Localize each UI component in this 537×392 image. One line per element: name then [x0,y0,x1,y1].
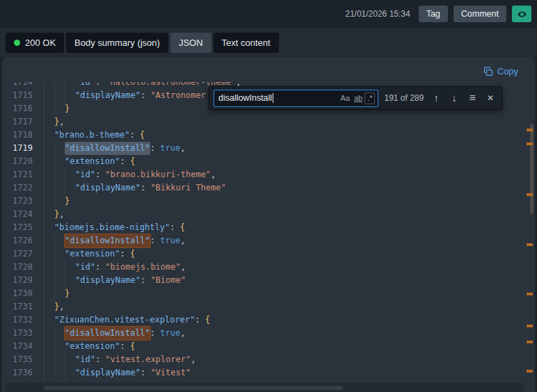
indent-guide [65,181,75,195]
next-match-button[interactable]: ↓ [447,91,461,105]
code-token: , [181,261,186,274]
tab-json[interactable]: JSON [170,33,211,53]
code-token: : [141,274,150,287]
search-match-token: "disallowInstall" [65,142,150,155]
code-line: 1724}, [5,208,524,221]
code-token: "Bikkuri Theme" [150,181,225,195]
line-number: 1718 [5,129,33,142]
tab-json-label: JSON [179,38,203,48]
tab-status-200[interactable]: 200 OK [6,33,64,53]
line-number: 1719 [5,142,33,155]
line-number: 1732 [5,313,33,327]
code-token: : [195,313,205,327]
code-token: "id" [75,261,95,274]
code-token: : [95,261,105,274]
indent-guide [44,221,54,234]
indent-guide [44,102,54,115]
response-body-card: Copy 1714"id": "halcolo.astronomer-theme… [2,57,535,392]
code-token: : [129,129,139,142]
indent-guide [54,366,65,379]
code-token: { [130,247,135,261]
visibility-toggle-button[interactable] [512,6,531,22]
code-line: 1719"disallowInstall": true, [5,142,524,155]
code-token: : [141,89,150,102]
search-match-marker [527,129,533,131]
regex-toggle[interactable]: .* [364,92,375,104]
json-editor-viewport[interactable]: 1714"id": "halcolo.astronomer-theme",171… [5,82,524,383]
previous-match-button[interactable]: ↑ [429,91,443,105]
horizontal-scrollbar-thumb[interactable] [44,386,343,390]
line-number: 1728 [5,261,33,274]
code-token: } [54,115,59,129]
find-in-selection-button[interactable]: ≡ [465,91,479,105]
tab-text-content[interactable]: Text content [214,33,279,53]
code-token: : [150,142,160,155]
code-line: 1727"extension": { [5,247,524,261]
indent-guide [54,82,65,89]
code-line: 1732"ZixuanChen.vitest-explorer": { [5,313,524,327]
code-token: : [95,168,105,181]
indent-guide [44,300,54,313]
code-line: 1721"id": "brano.bikkuri-theme", [5,168,524,181]
line-number: 1720 [5,155,33,168]
line-number: 1730 [5,287,33,300]
indent-guide [54,261,65,274]
code-token: } [65,287,70,300]
indent-guide [44,181,54,195]
code-token: , [211,168,216,181]
line-number: 1736 [5,366,33,379]
code-content[interactable]: 1714"id": "halcolo.astronomer-theme",171… [5,82,524,379]
indent-guide [44,287,54,300]
timestamp: 21/01/2026 15:34 [345,9,410,19]
line-number: 1716 [5,102,33,115]
whole-word-toggle[interactable]: ab [352,93,364,104]
indent-guide [44,261,54,274]
indent-guide [54,89,65,102]
line-number: 1721 [5,168,33,181]
status-label: 200 OK [25,38,56,48]
code-line: 1717}, [5,115,524,129]
code-token: "id" [75,353,95,366]
code-token: : [170,221,179,234]
line-number: 1717 [5,115,33,129]
code-token: true [160,234,180,247]
line-number: 1724 [5,208,33,221]
code-token: true [160,142,180,155]
code-token: { [205,313,210,327]
indent-guide [65,82,75,89]
code-line: 1723} [5,195,524,208]
code-token: , [191,353,195,366]
line-number: 1725 [5,221,33,234]
top-bar: 21/01/2026 15:34 Tag Comment [0,0,537,28]
code-token: : [95,353,105,366]
comment-button[interactable]: Comment [454,6,506,22]
code-line: 1718"brano.b-theme": { [5,129,524,142]
code-token: { [140,129,145,142]
indent-guide [65,353,75,366]
match-case-toggle[interactable]: Aa [338,93,351,104]
indent-guide [54,102,65,115]
tab-body-summary[interactable]: Body summary (json) [66,33,168,53]
indent-guide [54,353,65,366]
tag-button[interactable]: Tag [419,6,448,22]
code-token: } [65,102,70,115]
close-find-button[interactable]: ✕ [483,91,497,105]
indent-guide [65,89,75,102]
copy-button[interactable]: Copy [483,66,518,76]
line-number: 1723 [5,195,33,208]
indent-guide [44,168,54,181]
vertical-scrollbar-thumb[interactable] [530,124,534,214]
indent-guide [44,327,54,340]
code-token: , [59,115,64,129]
search-match-marker [527,341,533,343]
indent-guide [44,366,54,379]
indent-guide [54,195,65,208]
search-input[interactable]: disallowInstall Aa ab .* [214,90,378,107]
line-number: 1715 [5,89,33,102]
code-token: : [141,366,150,379]
code-token: "vitest.explorer" [105,353,191,366]
horizontal-scrollbar [5,383,524,392]
indent-guide [65,274,75,287]
indent-guide [54,274,65,287]
code-token: } [54,208,59,221]
